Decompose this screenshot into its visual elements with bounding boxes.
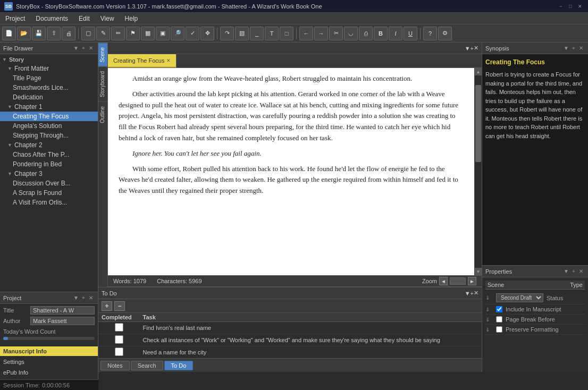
toolbar-bold[interactable]: B xyxy=(374,27,388,40)
project-add-btn[interactable]: + xyxy=(80,294,87,302)
menu-documents[interactable]: Documents xyxy=(30,13,73,24)
prop-include-checkbox[interactable] xyxy=(496,306,502,312)
prop-preserve-checkbox[interactable] xyxy=(496,326,502,333)
toolbar-help[interactable]: ? xyxy=(423,27,437,40)
menu-edit[interactable]: Edit xyxy=(73,13,95,24)
tree-smashwords[interactable]: Smashwords Lice... xyxy=(0,83,98,92)
toolbar-new[interactable]: 📄 xyxy=(2,27,16,40)
todo-collapse-btn[interactable]: ▼ xyxy=(465,290,471,296)
tree-creating-focus[interactable]: Creating The Focus xyxy=(0,112,98,121)
menu-project[interactable]: Project xyxy=(0,13,30,24)
vtab-scene[interactable]: Scene xyxy=(98,43,107,66)
toolbar-insert[interactable]: ↷ xyxy=(220,27,234,40)
toolbar-cut[interactable]: ✂ xyxy=(329,27,343,40)
tree-chapter3[interactable]: ▼ Chapter 3 xyxy=(0,169,98,179)
zoom-out-btn[interactable]: ◄ xyxy=(439,277,448,285)
properties-add-btn[interactable]: + xyxy=(570,268,577,275)
zoom-slider[interactable] xyxy=(450,277,466,285)
toolbar-check[interactable]: ✓ xyxy=(186,27,199,40)
toolbar-underline[interactable]: U xyxy=(404,27,417,40)
toolbar-table[interactable]: ▧ xyxy=(235,27,249,40)
project-nav-settings[interactable]: Settings xyxy=(0,357,98,367)
toolbar-pencil[interactable]: ✎ xyxy=(96,27,110,40)
toolbar-line[interactable]: ⎯ xyxy=(250,27,264,40)
editor-scrollbar[interactable]: ▲ ▼ xyxy=(474,68,482,275)
tree-discussion[interactable]: Discussion Over B... xyxy=(0,179,98,188)
editor-collapse-btn[interactable]: ▼ xyxy=(465,45,471,52)
doc-tab-close[interactable]: ✕ xyxy=(166,58,171,63)
todo-check-3[interactable] xyxy=(115,347,123,356)
tree-story-root[interactable]: ▼ Story xyxy=(0,55,98,64)
toolbar-paste[interactable]: ⎙ xyxy=(359,27,373,40)
tree-chapter1[interactable]: ▼ Chapter 1 xyxy=(0,102,98,112)
toolbar-text[interactable]: T xyxy=(265,27,279,40)
prop-pagebreak-checkbox[interactable] xyxy=(496,316,502,323)
toolbar-btn-b[interactable]: ✏ xyxy=(111,27,125,40)
vtab-outline[interactable]: Outline xyxy=(98,101,107,128)
project-collapse-btn[interactable]: ▼ xyxy=(72,294,80,302)
project-nav-epub[interactable]: ePub Info xyxy=(0,368,98,377)
todo-remove-item-btn[interactable]: − xyxy=(114,301,125,311)
vtab-storyboard[interactable]: Storyboard xyxy=(98,66,107,101)
editor-panel-header: ▼ + ✕ xyxy=(108,43,482,54)
tree-visit-from[interactable]: A Visit From Orlis... xyxy=(0,198,98,207)
toolbar-btn-a[interactable]: ▢ xyxy=(81,27,95,40)
editor-content[interactable]: Amidst an orange glow from the Weave-hea… xyxy=(108,68,474,275)
synopsis-add-btn[interactable]: + xyxy=(570,45,577,52)
properties-close-btn[interactable]: ✕ xyxy=(577,268,585,275)
todo-check-1[interactable] xyxy=(115,323,123,332)
toolbar-box[interactable]: ▣ xyxy=(156,27,170,40)
todo-add-item-btn[interactable]: + xyxy=(102,301,112,311)
toolbar-upload[interactable]: ⇧ xyxy=(47,27,61,40)
toolbar-fwd[interactable]: → xyxy=(314,27,328,40)
tree-stepping-through[interactable]: Stepping Through... xyxy=(0,131,98,140)
toolbar-field[interactable]: □ xyxy=(280,27,293,40)
tree-pondering[interactable]: Pondering in Bed xyxy=(0,159,98,169)
tree-title-page[interactable]: Title Page xyxy=(0,73,98,83)
toolbar-search[interactable]: 🔎 xyxy=(171,27,184,40)
toolbar-save[interactable]: 💾 xyxy=(32,27,46,40)
todo-close-btn[interactable]: ✕ xyxy=(474,290,478,296)
prop-row-draft: ⇓ Second Draft First Draft Final Status xyxy=(485,292,585,304)
prop-row-pagebreak: ⇓ Page Break Before xyxy=(485,315,585,325)
doc-tab-creating-focus[interactable]: Creating The Focus ✕ xyxy=(108,54,177,67)
tree-dedication[interactable]: Dedication xyxy=(0,92,98,102)
toolbar-copy[interactable]: ◡ xyxy=(344,27,358,40)
synopsis-collapse-btn[interactable]: ▼ xyxy=(562,45,570,52)
project-close-btn[interactable]: ✕ xyxy=(87,294,95,302)
editor-close-btn[interactable]: ✕ xyxy=(474,45,478,52)
synopsis-close-btn[interactable]: ✕ xyxy=(577,45,585,52)
project-title-input[interactable] xyxy=(30,306,95,315)
toolbar-print[interactable]: 🖨 xyxy=(62,27,75,40)
file-drawer-add[interactable]: + xyxy=(80,45,87,52)
toolbar-open[interactable]: 📂 xyxy=(17,27,31,40)
tab-search[interactable]: Search xyxy=(131,361,163,370)
restore-button[interactable]: □ xyxy=(567,3,574,10)
close-button[interactable]: ✕ xyxy=(576,3,584,10)
tab-notes[interactable]: Notes xyxy=(100,361,130,370)
toolbar-chart[interactable]: ▩ xyxy=(141,27,155,40)
prop-draft-select[interactable]: Second Draft First Draft Final xyxy=(496,293,543,302)
tree-chapter2[interactable]: ▼ Chapter 2 xyxy=(0,140,98,150)
menu-help[interactable]: Help xyxy=(120,13,144,24)
toolbar-move[interactable]: ✥ xyxy=(200,27,214,40)
properties-collapse-btn[interactable]: ▼ xyxy=(562,268,570,275)
todo-col-completed: Completed xyxy=(98,313,140,322)
todo-check-2[interactable] xyxy=(115,335,123,344)
toolbar-italic[interactable]: I xyxy=(389,27,402,40)
project-nav-manuscript[interactable]: Manuscript Info xyxy=(0,346,98,356)
toolbar-settings[interactable]: ⚙ xyxy=(438,27,452,40)
menu-view[interactable]: View xyxy=(95,13,120,24)
minimize-button[interactable]: − xyxy=(557,3,565,10)
toolbar-back[interactable]: ← xyxy=(299,27,313,40)
toolbar-flag[interactable]: ⚑ xyxy=(126,27,140,40)
file-drawer-collapse[interactable]: ▼ xyxy=(72,45,80,52)
tree-scrap-found[interactable]: A Scrap Is Found xyxy=(0,188,98,198)
zoom-in-btn[interactable]: ► xyxy=(468,277,476,285)
tree-chaos-after[interactable]: Chaos After The P... xyxy=(0,150,98,159)
tree-front-matter[interactable]: ▼ Front Matter xyxy=(0,64,98,73)
file-drawer-close[interactable]: ✕ xyxy=(87,45,95,52)
project-author-input[interactable] xyxy=(30,317,95,325)
tab-todo[interactable]: To Do xyxy=(164,361,194,370)
tree-angelas-solution[interactable]: Angela's Solution xyxy=(0,121,98,131)
